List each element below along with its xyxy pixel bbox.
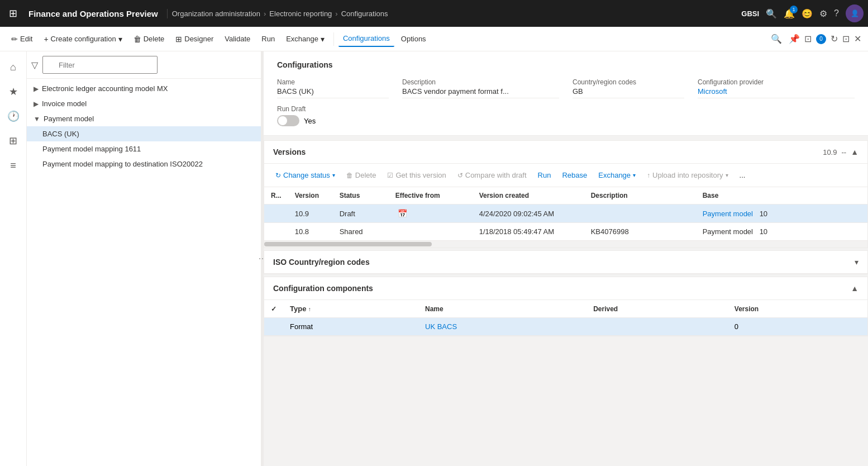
- rebase-button[interactable]: Rebase: [557, 168, 592, 182]
- upload-into-repo-button[interactable]: ↑ Upload into repository ▾: [642, 168, 732, 182]
- toggle-container: Yes: [277, 115, 855, 126]
- row-base-1: Payment model 10: [696, 205, 867, 223]
- col-version-header[interactable]: Version: [728, 300, 867, 318]
- close-icon[interactable]: ✕: [854, 34, 861, 44]
- iso-title: ISO Country/region codes: [273, 258, 370, 267]
- config-components-title: Configuration components: [273, 284, 373, 293]
- col-header-status[interactable]: Status: [333, 187, 389, 205]
- help-icon[interactable]: ?: [834, 8, 839, 18]
- tree-item-payment-model[interactable]: ▼ Payment model: [27, 111, 261, 126]
- run-draft-label: Run Draft: [277, 105, 855, 113]
- iso-section-header[interactable]: ISO Country/region codes ▾: [264, 251, 867, 274]
- col-header-effective[interactable]: Effective from: [389, 187, 473, 205]
- versions-table: R... Version Status Effective from Versi…: [264, 187, 867, 241]
- row-version-1: 10.9: [288, 205, 333, 223]
- expand-icon[interactable]: ⊡: [804, 34, 812, 44]
- row-created-1: 4/24/2020 09:02:45 AM: [473, 205, 584, 223]
- provider-field: Configuration provider Microsoft: [698, 78, 855, 98]
- row-status-1: Draft: [333, 205, 389, 223]
- tree-item-electronic-ledger[interactable]: ▶ Electronic ledger accounting model MX: [27, 81, 261, 96]
- versions-run-button[interactable]: Run: [533, 168, 556, 182]
- designer-button[interactable]: ⊞ Designer: [171, 31, 218, 47]
- validate-button[interactable]: Validate: [220, 31, 255, 46]
- tree-filter-icon[interactable]: ▽: [31, 60, 38, 70]
- more-button[interactable]: ...: [735, 168, 750, 182]
- change-status-dropdown-icon: ▾: [332, 172, 335, 178]
- configurations-tab[interactable]: Configurations: [338, 31, 394, 47]
- search-icon[interactable]: 🔍: [766, 8, 777, 19]
- run-button[interactable]: Run: [257, 31, 279, 46]
- tree-item-payment-mapping-iso[interactable]: Payment model mapping to destination ISO…: [27, 156, 261, 172]
- versions-collapse-icon[interactable]: ▲: [851, 148, 859, 156]
- notifications-icon[interactable]: 🔔 1: [784, 8, 795, 19]
- col-check: ✓: [264, 300, 283, 318]
- expand-icon-elam: ▶: [34, 85, 39, 93]
- comp-table-row[interactable]: Format UK BACS 0: [264, 318, 867, 336]
- run-draft-toggle[interactable]: [277, 115, 299, 126]
- avatar[interactable]: 👤: [846, 4, 864, 22]
- options-button[interactable]: Options: [397, 31, 431, 46]
- sidebar-modules-icon[interactable]: ⊞: [2, 130, 25, 152]
- row-desc-2: KB4076998: [584, 223, 696, 241]
- get-this-version-button[interactable]: ☑ Get this version: [383, 168, 450, 182]
- create-configuration-button[interactable]: + Create configuration ▾: [39, 31, 126, 47]
- tree-items: ▶ Electronic ledger accounting model MX …: [27, 79, 261, 466]
- calendar-icon[interactable]: 📅: [398, 209, 407, 218]
- col-name-header[interactable]: Name: [418, 300, 586, 318]
- table-row[interactable]: 10.9 Draft 📅 4/24/2020 09:02:45 AM Payme…: [264, 205, 867, 223]
- change-status-button[interactable]: ↻ Change status ▾: [271, 168, 340, 182]
- delete-button[interactable]: 🗑 Delete: [129, 31, 169, 47]
- pin-icon[interactable]: 📌: [789, 34, 800, 44]
- cmd-sep-1: [333, 32, 334, 46]
- row-base-version-1: 10: [760, 210, 767, 218]
- sidebar-star-icon[interactable]: ★: [2, 80, 25, 103]
- tree-item-bacs-uk[interactable]: BACS (UK): [27, 126, 261, 141]
- exchange-button[interactable]: Exchange ▾: [282, 31, 329, 47]
- delete-icon: 🗑: [133, 35, 141, 44]
- refresh-icon[interactable]: ↻: [831, 34, 838, 44]
- notification-count[interactable]: 0: [816, 34, 826, 44]
- edit-icon: ✏: [11, 35, 18, 44]
- comp-row-check: [264, 318, 283, 336]
- compare-with-draft-button[interactable]: ↺ Compare with draft: [453, 168, 531, 182]
- iso-collapse-icon[interactable]: ▾: [855, 258, 859, 267]
- tree-item-invoice-model[interactable]: ▶ Invoice model: [27, 96, 261, 111]
- col-type-header[interactable]: Type ↑: [283, 300, 418, 318]
- country-label: Country/region codes: [573, 78, 684, 86]
- cmd-search-icon[interactable]: 🔍: [771, 34, 782, 44]
- config-components-collapse-icon[interactable]: ▲: [851, 284, 859, 293]
- breadcrumb-sep-2: ›: [335, 9, 337, 18]
- breadcrumb-configurations[interactable]: Configurations: [341, 9, 388, 18]
- versions-header[interactable]: Versions 10.9 -- ▲: [264, 141, 867, 164]
- versions-exchange-button[interactable]: Exchange ▾: [594, 168, 640, 182]
- table-row[interactable]: 10.8 Shared 1/18/2018 05:49:47 AM KB4076…: [264, 223, 867, 241]
- edit-button[interactable]: ✏ Edit: [7, 31, 37, 47]
- breadcrumb-org-admin[interactable]: Organization administration: [172, 9, 260, 18]
- provider-value[interactable]: Microsoft: [698, 87, 855, 98]
- versions-delete-button[interactable]: 🗑 Delete: [342, 168, 381, 182]
- chat-icon[interactable]: 😊: [802, 8, 813, 19]
- settings-icon[interactable]: ⚙: [819, 8, 827, 19]
- row-desc-1: [584, 205, 696, 223]
- sidebar-recent-icon[interactable]: 🕐: [2, 105, 25, 127]
- config-components-header[interactable]: Configuration components ▲: [264, 277, 867, 300]
- col-header-version[interactable]: Version: [288, 187, 333, 205]
- col-header-description[interactable]: Description: [584, 187, 696, 205]
- sidebar-icons: ⌂ ★ 🕐 ⊞ ≡: [0, 51, 27, 466]
- row-r-1: [264, 205, 288, 223]
- config-components-table: ✓ Type ↑ Name Derived Version Format: [264, 300, 867, 336]
- comp-table-header: ✓ Type ↑ Name Derived Version: [264, 300, 867, 318]
- config-components-section: Configuration components ▲ ✓ Type ↑ Name…: [264, 277, 868, 336]
- tree-item-payment-mapping-1611[interactable]: Payment model mapping 1611: [27, 141, 261, 156]
- sidebar-home-icon[interactable]: ⌂: [2, 56, 25, 78]
- versions-scrollbar[interactable]: [264, 241, 867, 248]
- sidebar-list-icon[interactable]: ≡: [2, 154, 25, 177]
- col-header-base[interactable]: Base: [696, 187, 867, 205]
- restore-icon[interactable]: ⊡: [842, 34, 850, 44]
- breadcrumb-electronic-reporting[interactable]: Electronic reporting: [269, 9, 332, 18]
- grid-menu-icon[interactable]: ⊞: [4, 3, 22, 24]
- tree-search-input[interactable]: [42, 56, 158, 74]
- col-header-version-created[interactable]: Version created: [473, 187, 584, 205]
- versions-table-scroll[interactable]: R... Version Status Effective from Versi…: [264, 187, 867, 241]
- col-derived-header[interactable]: Derived: [586, 300, 728, 318]
